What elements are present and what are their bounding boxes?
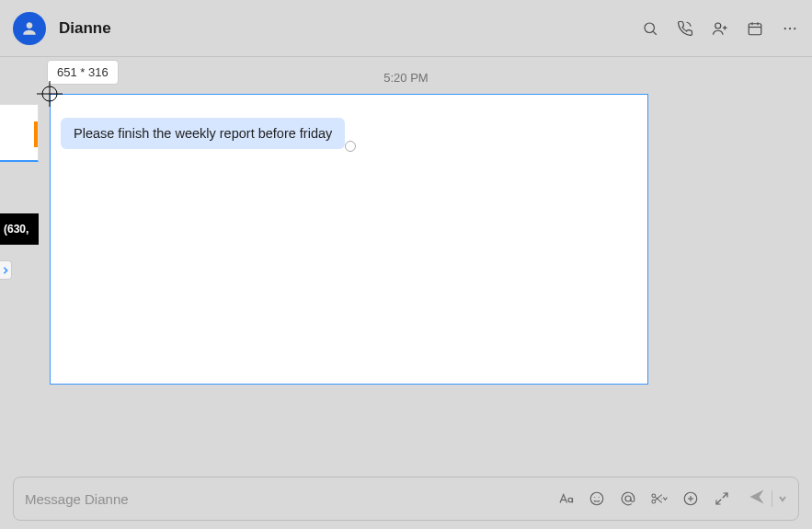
svg-point-16	[599, 497, 600, 498]
send-separator	[772, 490, 772, 507]
svg-point-14	[590, 492, 603, 505]
message-bubble[interactable]: Please finish the weekly report before f…	[61, 118, 345, 149]
coordinate-readout: (630,	[0, 213, 39, 245]
calendar-icon[interactable]	[746, 19, 764, 38]
svg-point-0	[645, 23, 655, 33]
orange-stripe	[34, 121, 38, 147]
contact-avatar[interactable]	[13, 12, 46, 45]
send-button-group	[748, 488, 787, 510]
search-icon[interactable]	[641, 19, 659, 38]
chat-header: Dianne	[0, 0, 812, 57]
svg-point-2	[715, 23, 721, 29]
svg-point-15	[594, 497, 595, 498]
expand-icon[interactable]	[713, 489, 731, 508]
more-icon[interactable]	[781, 19, 799, 38]
send-button[interactable]	[748, 488, 766, 510]
svg-point-10	[789, 27, 791, 29]
person-icon	[20, 19, 39, 38]
send-options-caret[interactable]	[778, 490, 787, 507]
contact-name[interactable]: Dianne	[59, 19, 111, 38]
mention-icon[interactable]	[619, 489, 637, 508]
message-input[interactable]	[25, 491, 556, 507]
svg-point-17	[625, 496, 631, 501]
svg-line-26	[716, 500, 721, 504]
svg-point-18	[652, 494, 656, 498]
svg-point-19	[652, 500, 656, 503]
left-sliver-panel	[0, 104, 39, 162]
chevron-right-icon	[2, 266, 9, 275]
message-select-circle[interactable]	[345, 141, 356, 152]
expand-sliver-button[interactable]	[0, 260, 12, 280]
svg-point-9	[784, 27, 786, 29]
add-icon[interactable]	[681, 489, 700, 508]
message-timestamp: 5:20 PM	[0, 57, 812, 85]
svg-line-25	[723, 493, 727, 498]
add-person-icon[interactable]	[711, 19, 729, 38]
format-icon[interactable]	[556, 489, 575, 508]
snip-selection[interactable]: Please finish the weekly report before f…	[50, 94, 648, 385]
header-actions	[641, 19, 799, 38]
svg-rect-5	[749, 23, 761, 34]
message-composer	[13, 477, 799, 521]
svg-point-11	[794, 27, 795, 29]
svg-line-1	[653, 31, 656, 34]
composer-actions	[556, 488, 787, 510]
snip-dimensions-label: 651 * 316	[47, 60, 119, 85]
call-icon[interactable]	[676, 19, 694, 38]
emoji-icon[interactable]	[588, 489, 606, 508]
scissors-icon[interactable]	[650, 489, 669, 508]
